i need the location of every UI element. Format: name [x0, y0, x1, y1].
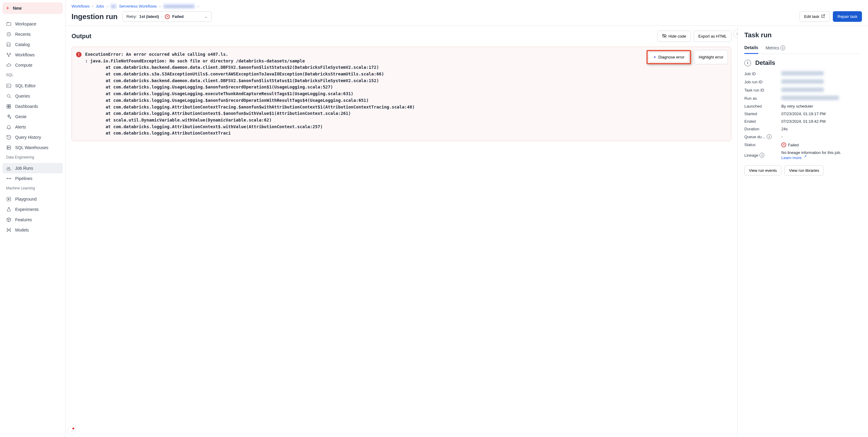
- retry-prefix: Retry:: [126, 14, 137, 19]
- new-button[interactable]: + New: [2, 2, 63, 14]
- details-pane: Task run Details Metrics i i Details Job…: [738, 26, 868, 437]
- label-duration: Duration: [744, 127, 777, 131]
- nav-item-models[interactable]: Models: [2, 225, 63, 235]
- fail-icon: ✕: [165, 14, 170, 19]
- tabs: Details Metrics i: [744, 43, 861, 54]
- nav-item-playground[interactable]: Playground: [2, 194, 63, 204]
- label-status: Status: [744, 142, 777, 147]
- export-html-button[interactable]: Export as HTML: [694, 31, 731, 42]
- collapse-right-button[interactable]: ›: [733, 29, 738, 38]
- chevron-right-icon: ›: [159, 4, 161, 8]
- grid-icon: [6, 104, 11, 109]
- svg-rect-0: [7, 23, 11, 26]
- assistant-bubble[interactable]: ⌣: [67, 426, 76, 435]
- sidebar: + New WorkspaceRecentsCatalogWorkflowsCo…: [0, 0, 65, 437]
- value-run-as: [781, 96, 839, 100]
- retry-select[interactable]: Retry: 1st (latest) · ✕ Failed ⌄: [122, 11, 212, 22]
- info-icon: i: [767, 134, 772, 139]
- external-link-icon: [803, 155, 807, 160]
- svg-rect-5: [7, 84, 11, 88]
- error-card: ! ExecutionError: An error occurred whil…: [71, 47, 731, 141]
- breadcrumb: Workflows › Jobs › xx Serverless Workflo…: [71, 4, 862, 9]
- svg-point-16: [10, 178, 11, 179]
- nav-item-genie[interactable]: Genie: [2, 112, 63, 122]
- task-run-title: Task run: [744, 31, 861, 39]
- nav-item-compute[interactable]: Compute: [2, 60, 63, 70]
- value-job-run-id: [781, 80, 824, 84]
- nav-item-catalog[interactable]: Catalog: [2, 39, 63, 50]
- chevron-right-icon: ›: [107, 4, 108, 8]
- value-task-run-id: [781, 88, 824, 92]
- main: Workflows › Jobs › xx Serverless Workflo…: [65, 0, 868, 437]
- nav-item-workflows[interactable]: Workflows: [2, 50, 63, 60]
- nav-header-ml: Machine Learning: [2, 184, 63, 191]
- clock-icon: [6, 32, 11, 37]
- tab-metrics[interactable]: Metrics i: [766, 43, 785, 54]
- nav-item-query-history[interactable]: Query History: [2, 132, 63, 143]
- runs-icon: [6, 165, 11, 171]
- label-task-run-id: Task run ID: [744, 88, 777, 93]
- info-icon: i: [780, 45, 785, 50]
- diagnose-error-button[interactable]: ✦ Diagnose error: [649, 52, 689, 62]
- svg-point-13: [7, 146, 8, 147]
- nav-item-queries[interactable]: Queries: [2, 91, 63, 101]
- svg-point-3: [10, 53, 10, 54]
- flow-icon: [6, 52, 11, 58]
- crumb-workflows[interactable]: Workflows: [71, 4, 90, 8]
- label-run-as: Run as: [744, 96, 777, 101]
- label-ended: Ended: [744, 119, 777, 124]
- diagnose-highlight: ✦ Diagnose error: [647, 50, 691, 64]
- edit-task-button[interactable]: Edit task: [800, 11, 830, 22]
- label-started: Started: [744, 112, 777, 116]
- hide-code-button[interactable]: Hide code: [657, 31, 691, 42]
- output-pane: Output Hide code Export as HTML › ! Exec…: [65, 26, 738, 437]
- nav-item-experiments[interactable]: Experiments: [2, 204, 63, 215]
- sparkle-icon: [6, 114, 11, 119]
- topbar: Workflows › Jobs › xx Serverless Workflo…: [65, 0, 868, 26]
- label-lineage: Lineagei: [744, 150, 777, 160]
- eye-off-icon: [662, 33, 667, 39]
- error-stacktrace: ExecutionError: An error occurred while …: [85, 51, 727, 137]
- external-link-icon: [821, 14, 825, 19]
- learn-more-link[interactable]: Learn more: [781, 155, 807, 160]
- label-job-id: Job ID: [744, 71, 777, 76]
- value-started: 07/23/2024, 01:19:17 PM: [781, 112, 861, 116]
- svg-rect-8: [9, 104, 10, 106]
- error-icon: !: [76, 52, 82, 57]
- repair-task-button[interactable]: Repair task: [833, 11, 862, 22]
- crumb-jobs[interactable]: Jobs: [96, 4, 104, 8]
- label-queue: Queue du…i: [744, 134, 777, 139]
- view-run-libraries-button[interactable]: View run libraries: [784, 165, 824, 176]
- nav-item-job-runs[interactable]: Job Runs: [2, 163, 63, 173]
- value-launched: By retry scheduler: [781, 104, 861, 108]
- output-title: Output: [71, 33, 92, 40]
- info-icon: i: [744, 60, 751, 66]
- nav-item-alerts[interactable]: Alerts: [2, 122, 63, 132]
- svg-point-2: [7, 53, 8, 54]
- nav-item-dashboards[interactable]: Dashboards: [2, 101, 63, 112]
- cloud-icon: [6, 62, 11, 68]
- value-lineage: No lineage information for this job. Lea…: [781, 150, 861, 160]
- nav-item-recents[interactable]: Recents: [2, 29, 63, 39]
- flask-icon: [6, 207, 11, 212]
- fail-icon: ✕: [781, 143, 786, 147]
- svg-rect-7: [7, 104, 8, 106]
- svg-point-15: [7, 178, 7, 179]
- svg-rect-9: [7, 107, 8, 108]
- nav-item-pipelines[interactable]: Pipelines: [2, 173, 63, 184]
- nav-item-features[interactable]: Features: [2, 215, 63, 225]
- view-run-events-button[interactable]: View run events: [744, 165, 781, 176]
- svg-point-4: [8, 56, 9, 57]
- crumb-redacted: xxxxxxxxxxxxxxx: [163, 4, 195, 9]
- nav-item-sql-warehouses[interactable]: SQL Warehouses: [2, 143, 63, 153]
- crumb-serverless[interactable]: Serverless Workflows: [119, 4, 157, 8]
- retry-status: Failed: [172, 14, 184, 19]
- nav-item-sql-editor[interactable]: SQL Editor: [2, 81, 63, 91]
- tab-details[interactable]: Details: [744, 43, 758, 54]
- value-duration: 24s: [781, 127, 861, 131]
- highlight-error-button[interactable]: Highlight error: [694, 50, 728, 64]
- nav-item-workspace[interactable]: Workspace: [2, 19, 63, 29]
- chevron-down-icon: ⌄: [204, 14, 208, 19]
- book-icon: [6, 42, 11, 47]
- nav-header-de: Data Engineering: [2, 153, 63, 161]
